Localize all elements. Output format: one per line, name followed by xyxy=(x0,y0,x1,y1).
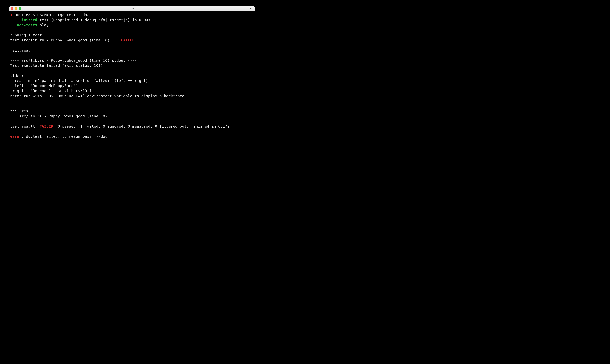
backtrace-note-line: note: run with `RUST_BACKTRACE=1` enviro… xyxy=(10,94,184,98)
window-title: -zsh xyxy=(9,7,255,10)
right-value-line: right: `"Roscoe"`', src/lib.rs:10:1 xyxy=(10,89,92,93)
minimize-icon[interactable] xyxy=(15,7,17,10)
finished-label: Finished xyxy=(19,18,37,22)
doctests-text: play xyxy=(37,23,49,27)
failures-header-2: failures: xyxy=(10,109,30,113)
failures-header: failures: xyxy=(10,48,30,52)
finished-text: test [unoptimized + debuginfo] target(s)… xyxy=(37,18,150,22)
close-icon[interactable] xyxy=(11,7,13,10)
exec-failed-line: Test executable failed (exit status: 101… xyxy=(10,63,105,68)
titlebar[interactable]: -zsh ⌥⌘1 xyxy=(9,6,255,11)
prompt-symbol: ❯ xyxy=(10,13,12,17)
zoom-icon[interactable] xyxy=(19,7,21,10)
stdout-header: ---- src/lib.rs - Puppy::whos_good (line… xyxy=(10,58,137,63)
panic-line: thread 'main' panicked at 'assertion fai… xyxy=(10,78,150,83)
test-status-failed: FAILED xyxy=(121,38,135,42)
terminal-window: -zsh ⌥⌘1 ❯ RUST_BACKTRACE=0 cargo test -… xyxy=(9,6,255,144)
window-shortcut-label: ⌥⌘1 xyxy=(247,7,254,10)
running-line: running 1 test xyxy=(10,33,42,37)
result-pre: test result: xyxy=(10,124,40,129)
stderr-header: stderr: xyxy=(10,73,26,78)
error-text: : doctest failed, to rerun pass `--doc` xyxy=(21,134,110,139)
error-label: error xyxy=(10,134,21,139)
result-post: . 0 passed; 1 failed; 0 ignored; 0 measu… xyxy=(53,124,230,129)
failures-item: src/lib.rs - Puppy::whos_good (line 10) xyxy=(10,114,108,118)
result-status: FAILED xyxy=(40,124,53,129)
doctests-label: Doc-tests xyxy=(17,23,37,27)
test-line-pre: test src/lib.rs - Puppy::whos_good (line… xyxy=(10,38,121,42)
terminal-output[interactable]: ❯ RUST_BACKTRACE=0 cargo test --doc Fini… xyxy=(9,11,255,140)
left-value-line: left: `"Roscoe McPuppyFace"`, xyxy=(10,83,80,88)
traffic-lights xyxy=(11,7,21,10)
command-line: RUST_BACKTRACE=0 cargo test --doc xyxy=(15,13,89,17)
